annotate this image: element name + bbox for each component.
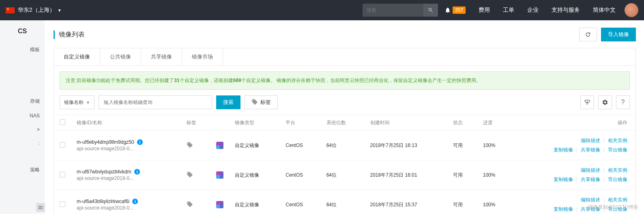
flag-icon xyxy=(6,7,15,13)
op-related[interactable]: 相关实例 xyxy=(608,197,627,203)
top-bar: 华东2（上海） ▼ 357 费用 工单 企业 支持与服务 简体中文 xyxy=(0,0,644,20)
op-export[interactable]: 导出镜像 xyxy=(608,177,627,182)
info-icon[interactable]: i xyxy=(132,199,138,204)
cell-platform: CentOS xyxy=(280,160,320,190)
main-content: 镜像列表 导入镜像 自定义镜像 公共镜像 共享镜像 镜像市场 注意:目前镜像功能… xyxy=(45,20,644,214)
cell-progress: 100% xyxy=(477,131,511,160)
settings-button[interactable] xyxy=(598,95,612,109)
platform-icon xyxy=(216,142,223,149)
op-edit-desc[interactable]: 编辑描述 xyxy=(581,197,600,203)
sidebar-item-storage[interactable]: 存储 xyxy=(0,94,45,109)
col-status: 状态 xyxy=(447,115,477,131)
op-copy[interactable]: 复制镜像 xyxy=(554,176,573,183)
tag-icon[interactable] xyxy=(187,173,193,179)
notification-badge: 357 xyxy=(453,6,466,14)
col-tag: 标签 xyxy=(181,115,211,131)
help-button[interactable]: ? xyxy=(616,95,630,109)
op-copy[interactable]: 复制镜像 xyxy=(554,147,573,153)
cell-bits: 64位 xyxy=(321,131,365,160)
tab-marketplace[interactable]: 镜像市场 xyxy=(182,48,223,65)
table-row: m-uf6eby4dmp9llm9dgz50 i api-source-imag… xyxy=(54,131,635,160)
cell-created: 2018年7月25日 16:13 xyxy=(365,131,447,160)
chevron-down-icon: ▼ xyxy=(86,100,90,105)
cell-progress: 100% xyxy=(477,160,511,190)
op-edit-desc[interactable]: 编辑描述 xyxy=(581,167,600,174)
image-id: m-uf67wbvlydupzlt4vkdm i xyxy=(77,169,175,175)
op-edit-desc[interactable]: 编辑描述 xyxy=(581,137,600,144)
tab-shared-image[interactable]: 共享镜像 xyxy=(141,48,182,65)
image-search-input[interactable] xyxy=(99,95,212,109)
row-checkbox[interactable] xyxy=(60,172,65,177)
info-icon[interactable]: i xyxy=(134,169,140,175)
help-icon: ? xyxy=(621,99,625,106)
select-all-checkbox[interactable] xyxy=(60,119,65,125)
refresh-icon xyxy=(585,31,591,38)
nav-enterprise[interactable]: 企业 xyxy=(521,0,545,20)
global-search xyxy=(363,4,438,17)
op-copy[interactable]: 复制镜像 xyxy=(554,206,573,213)
tab-custom-image[interactable]: 自定义镜像 xyxy=(54,48,100,65)
bell-icon xyxy=(444,7,451,13)
image-id: m-uf6eby4dmp9llm9dgz50 i xyxy=(77,139,175,145)
op-related[interactable]: 相关实例 xyxy=(608,138,627,143)
sidebar-item-nas[interactable]: NAS xyxy=(0,109,45,123)
cell-type: 自定义镜像 xyxy=(229,190,280,214)
notice-count-created: 31 xyxy=(174,78,179,83)
region-selector[interactable]: 华东2（上海） ▼ xyxy=(18,6,62,14)
tag-icon[interactable] xyxy=(187,203,193,209)
platform-icon xyxy=(216,171,223,179)
tag-button[interactable]: 标签 xyxy=(245,95,278,109)
col-type: 镜像类型 xyxy=(229,115,280,131)
col-id: 镜像ID/名称 xyxy=(71,115,181,131)
table-row: m-uf67wbvlydupzlt4vkdm i api-source-imag… xyxy=(54,160,635,190)
op-share[interactable]: 共享镜像 xyxy=(581,147,600,153)
table-row: m-uf6a43b9q4zlrkwcaf6i i api-source-imag… xyxy=(54,190,635,214)
cell-status: 可用 xyxy=(447,160,477,190)
image-name: api-source-image2018-0... xyxy=(77,146,175,151)
col-platform: 平台 xyxy=(280,115,320,131)
page-header: 镜像列表 导入镜像 xyxy=(54,28,636,41)
toolbar: 镜像名称 ▼ 搜索 标签 ? xyxy=(54,95,635,115)
info-icon[interactable]: i xyxy=(137,139,143,145)
cell-status: 可用 xyxy=(447,190,477,214)
op-share[interactable]: 共享镜像 xyxy=(581,177,600,182)
op-export[interactable]: 导出镜像 xyxy=(608,147,627,153)
cell-created: 2018年7月25日 16:01 xyxy=(365,160,447,190)
sidebar-item-x2[interactable]: : xyxy=(0,136,45,150)
nav-support[interactable]: 支持与服务 xyxy=(545,0,586,20)
collapse-icon xyxy=(38,205,43,210)
global-search-input[interactable] xyxy=(363,7,423,13)
cell-bits: 64位 xyxy=(321,160,365,190)
search-button[interactable]: 搜索 xyxy=(216,95,240,109)
sidebar-item-policy[interactable]: 策略 xyxy=(0,162,45,177)
cell-type: 自定义镜像 xyxy=(229,131,280,160)
sidebar-item-template[interactable]: 模板 xyxy=(0,42,45,57)
image-table: 镜像ID/名称 标签 镜像类型 平台 系统位数 创建时间 状态 进度 操作 m-… xyxy=(54,115,635,214)
nav-language[interactable]: 简体中文 xyxy=(586,0,622,20)
op-related[interactable]: 相关实例 xyxy=(608,167,627,173)
cell-bits: 64位 xyxy=(321,190,365,214)
nav-tickets[interactable]: 工单 xyxy=(496,0,521,20)
sidebar: CS 模板 存储 NAS > : 策略 xyxy=(0,20,45,214)
nav-fees[interactable]: 费用 xyxy=(472,0,496,20)
tab-public-image[interactable]: 公共镜像 xyxy=(100,48,141,65)
col-progress: 进度 xyxy=(477,115,511,131)
page-title: 镜像列表 xyxy=(54,30,85,39)
cell-platform: CentOS xyxy=(280,131,320,160)
search-icon[interactable] xyxy=(423,4,438,17)
col-ops: 操作 xyxy=(511,115,635,131)
sidebar-item-x1[interactable]: > xyxy=(0,123,45,136)
notifications-button[interactable]: 357 xyxy=(438,0,472,20)
avatar[interactable] xyxy=(625,3,638,17)
col-bits: 系统位数 xyxy=(321,115,365,131)
tag-icon[interactable] xyxy=(187,144,193,149)
tabs: 自定义镜像 公共镜像 共享镜像 镜像市场 xyxy=(54,48,635,66)
import-image-button[interactable]: 导入镜像 xyxy=(601,28,636,41)
filter-select[interactable]: 镜像名称 ▼ xyxy=(60,95,94,109)
cell-created: 2018年7月25日 15:37 xyxy=(365,190,447,214)
row-checkbox[interactable] xyxy=(60,142,65,148)
export-button[interactable] xyxy=(580,95,594,109)
row-checkbox[interactable] xyxy=(60,201,65,207)
refresh-button[interactable] xyxy=(579,28,597,41)
sidebar-collapse-button[interactable] xyxy=(36,203,45,212)
